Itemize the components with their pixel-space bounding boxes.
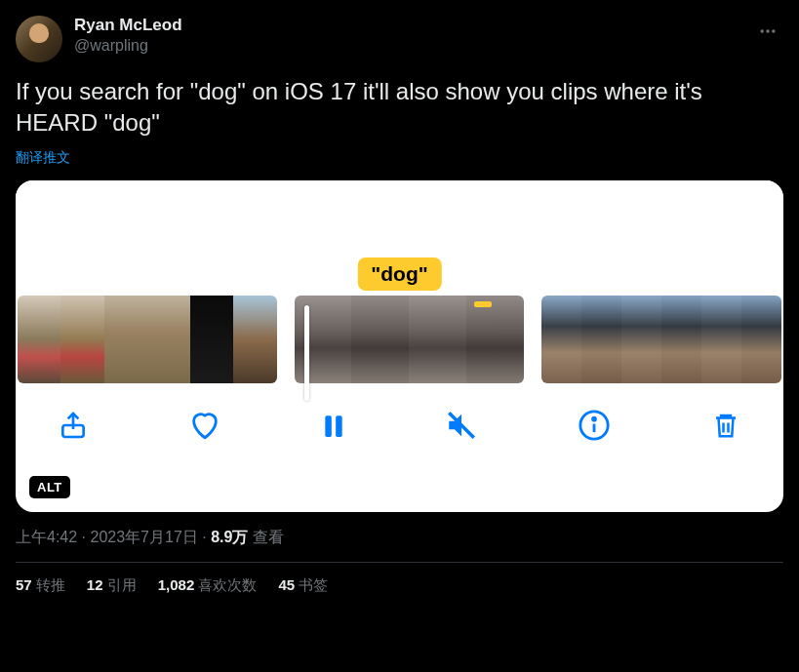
clip-group-1[interactable]: [18, 296, 277, 383]
quotes-count: 12: [87, 576, 103, 593]
tweet-container: Ryan McLeod @warpling If you search for …: [0, 0, 799, 611]
views-label[interactable]: 查看: [253, 529, 284, 545]
svg-point-1: [766, 29, 769, 32]
video-frame: [233, 296, 276, 383]
likes[interactable]: 1,082 喜欢次数: [158, 576, 258, 595]
retweets[interactable]: 57 转推: [16, 576, 65, 595]
video-filmstrip[interactable]: [16, 296, 783, 383]
views-count: 8.9万: [211, 529, 248, 545]
clip-group-2[interactable]: [295, 296, 525, 383]
more-icon: [758, 21, 778, 41]
svg-point-9: [592, 417, 595, 420]
caption-label: "dog": [357, 257, 441, 291]
more-button[interactable]: [752, 16, 783, 51]
user-info: Ryan McLeod @warpling: [74, 16, 182, 55]
quotes[interactable]: 12 引用: [87, 576, 137, 595]
media-toolbar: [16, 383, 783, 442]
quotes-label: 引用: [107, 576, 137, 593]
clip-group-3[interactable]: [541, 296, 781, 383]
media-whitespace: "dog": [16, 180, 783, 296]
video-frame: [661, 296, 701, 383]
translate-link[interactable]: 翻译推文: [16, 149, 783, 167]
svg-point-2: [772, 29, 775, 32]
share-icon: [58, 410, 89, 441]
video-frame: [147, 296, 190, 383]
pause-icon: [321, 410, 346, 441]
video-frame: [295, 296, 352, 383]
video-frame: [581, 296, 621, 383]
video-frame: [621, 296, 661, 383]
video-frame: [541, 296, 581, 383]
video-frame: [18, 296, 60, 383]
bookmarks-count: 45: [278, 576, 295, 593]
likes-count: 1,082: [158, 576, 195, 593]
tweet-header: Ryan McLeod @warpling: [16, 16, 783, 62]
video-frame: [351, 296, 409, 383]
video-frame: [701, 296, 741, 383]
retweets-count: 57: [16, 576, 32, 593]
username[interactable]: @warpling: [74, 37, 182, 55]
bookmarks-label: 书签: [299, 576, 328, 593]
display-name[interactable]: Ryan McLeod: [74, 16, 182, 35]
playhead[interactable]: [304, 305, 309, 401]
delete-button[interactable]: [709, 409, 742, 442]
alt-badge[interactable]: ALT: [29, 476, 70, 498]
video-frame: [104, 296, 147, 383]
video-frame: [190, 296, 233, 383]
bookmarks[interactable]: 45 书签: [278, 576, 328, 595]
video-frame: [466, 296, 524, 383]
svg-rect-4: [325, 415, 332, 437]
share-button[interactable]: [57, 409, 90, 442]
video-frame: [741, 296, 781, 383]
engagement-bar: 57 转推 12 引用 1,082 喜欢次数 45 书签: [16, 563, 783, 595]
tweet-time[interactable]: 上午4:42: [16, 529, 77, 545]
tweet-date[interactable]: 2023年7月17日: [90, 529, 197, 545]
info-icon: [578, 409, 611, 442]
likes-label: 喜欢次数: [198, 576, 257, 593]
info-button[interactable]: [578, 409, 611, 442]
like-button[interactable]: [188, 409, 221, 442]
video-frame: [409, 296, 466, 383]
trash-icon: [711, 409, 740, 442]
tweet-metadata: 上午4:42 · 2023年7月17日 · 8.9万 查看: [16, 528, 783, 548]
pause-button[interactable]: [321, 409, 346, 442]
retweets-label: 转推: [36, 576, 65, 593]
avatar[interactable]: [16, 16, 62, 62]
speaker-muted-icon: [445, 409, 478, 442]
mute-button[interactable]: [445, 409, 478, 442]
heart-icon: [188, 409, 221, 442]
timeline-marker: [474, 301, 492, 307]
svg-point-0: [761, 29, 764, 32]
video-frame: [60, 296, 103, 383]
media-attachment[interactable]: "dog": [16, 180, 783, 512]
tweet-text: If you search for "dog" on iOS 17 it'll …: [16, 76, 783, 139]
svg-rect-5: [336, 415, 342, 437]
